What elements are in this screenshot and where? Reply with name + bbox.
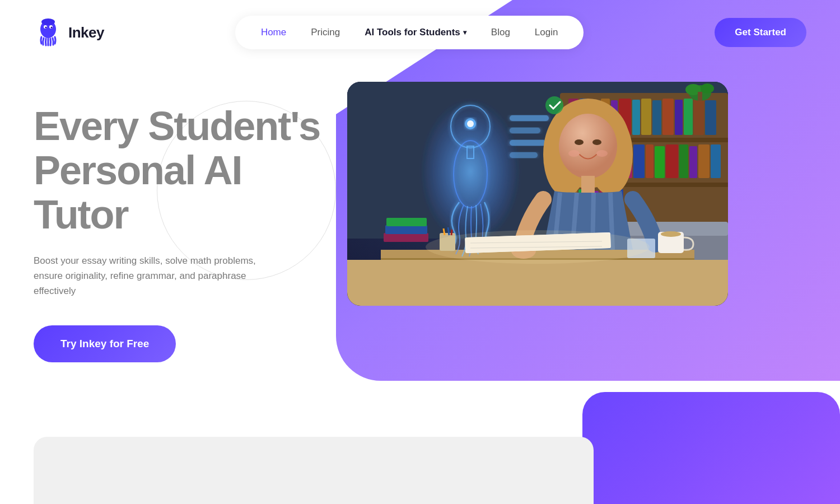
svg-rect-60 [510, 115, 549, 121]
svg-rect-34 [666, 144, 678, 178]
nav-item-ai-tools[interactable]: AI Tools for Students ▾ [354, 21, 477, 44]
svg-rect-47 [698, 92, 702, 101]
try-free-button[interactable]: Try Inkey for Free [34, 325, 176, 362]
nav-item-login[interactable]: Login [525, 21, 568, 44]
hero-image-area [347, 82, 806, 306]
svg-rect-33 [655, 146, 665, 178]
logo-area[interactable]: Inkey [34, 18, 104, 47]
get-started-button[interactable]: Get Started [715, 18, 806, 47]
svg-point-90 [661, 231, 681, 237]
svg-point-67 [559, 114, 617, 179]
squid-icon [34, 18, 63, 47]
bottom-cards-hint [34, 437, 594, 504]
svg-point-92 [426, 230, 650, 264]
svg-rect-53 [347, 260, 728, 306]
main-content: Every Student's Personal AI Tutor Boost … [0, 65, 840, 362]
svg-rect-18 [641, 99, 651, 135]
svg-point-69 [592, 139, 601, 145]
brand-name: Inkey [68, 24, 104, 41]
svg-rect-31 [633, 144, 645, 178]
svg-rect-24 [705, 100, 716, 135]
svg-rect-21 [675, 100, 683, 135]
svg-rect-20 [662, 99, 674, 135]
hero-left-content: Every Student's Personal AI Tutor Boost … [34, 87, 325, 362]
svg-rect-78 [384, 233, 428, 242]
nav-item-pricing[interactable]: Pricing [301, 21, 350, 44]
svg-point-71 [596, 150, 608, 157]
svg-line-84 [451, 230, 452, 235]
hero-title: Every Student's Personal AI Tutor [34, 104, 325, 237]
hero-image-container [347, 82, 728, 306]
svg-line-82 [444, 228, 445, 235]
chevron-down-icon: ▾ [463, 29, 466, 36]
svg-point-68 [575, 139, 584, 145]
background-blob-bottom [582, 392, 840, 504]
svg-rect-61 [510, 128, 540, 133]
svg-rect-38 [711, 144, 721, 178]
svg-rect-19 [652, 100, 661, 135]
svg-line-83 [448, 227, 449, 235]
svg-rect-23 [694, 99, 704, 135]
nav-item-home[interactable]: Home [251, 21, 296, 44]
svg-rect-63 [510, 152, 538, 158]
nav-item-blog[interactable]: Blog [481, 21, 520, 44]
svg-point-57 [467, 120, 474, 127]
svg-rect-80 [386, 218, 427, 226]
svg-point-4 [51, 27, 53, 29]
hero-subtitle: Boost your essay writing skills, solve m… [34, 253, 280, 299]
svg-point-70 [568, 150, 580, 157]
svg-rect-72 [581, 176, 595, 193]
svg-rect-32 [646, 144, 654, 178]
svg-rect-37 [698, 144, 710, 178]
header: Inkey Home Pricing AI Tools for Students… [0, 0, 840, 65]
svg-point-3 [45, 27, 47, 29]
svg-rect-22 [684, 99, 693, 135]
svg-point-93 [545, 96, 563, 114]
svg-rect-36 [689, 146, 697, 178]
svg-rect-17 [632, 100, 640, 135]
svg-point-5 [41, 18, 55, 25]
svg-rect-79 [385, 225, 427, 234]
svg-rect-62 [510, 140, 546, 146]
hero-scene-svg [347, 82, 728, 306]
main-nav: Home Pricing AI Tools for Students ▾ Blo… [235, 16, 584, 49]
svg-point-46 [701, 83, 714, 94]
svg-rect-35 [679, 144, 688, 178]
